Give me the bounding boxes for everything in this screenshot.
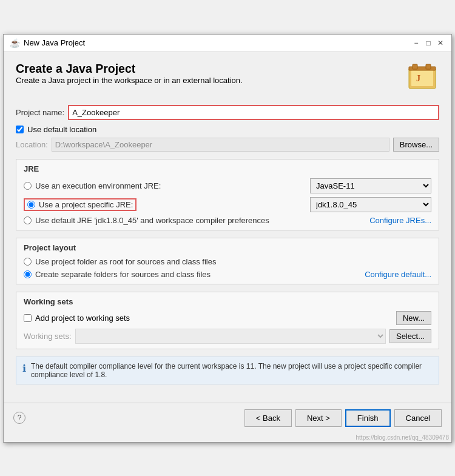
jre-project-specific-radio[interactable] (27, 201, 35, 209)
svg-rect-1 (411, 70, 433, 86)
minimize-button[interactable]: − (411, 38, 421, 48)
project-layout-section: Project layout Use project folder as roo… (16, 238, 439, 284)
project-name-row: Project name: (16, 105, 439, 120)
jre-exec-env-radio[interactable] (24, 182, 32, 190)
cancel-button[interactable]: Cancel (394, 409, 442, 427)
layout-separate-folders-label[interactable]: Create separate folders for sources and … (35, 270, 211, 279)
titlebar-controls: − □ ✕ (411, 38, 445, 48)
jre-project-specific-label[interactable]: Use a project specific JRE: (39, 200, 133, 209)
java-wizard-svg: J (408, 62, 439, 93)
working-sets-dropdown[interactable] (75, 329, 386, 344)
titlebar-title: New Java Project (24, 38, 85, 47)
jre-default-left: Use default JRE 'jdk1.8.0_45' and worksp… (24, 216, 269, 225)
browse-button[interactable]: Browse... (393, 138, 439, 152)
project-name-input[interactable] (68, 105, 439, 120)
close-button[interactable]: ✕ (436, 38, 445, 48)
jre-exec-env-label[interactable]: Use an execution environment JRE: (35, 181, 161, 190)
project-name-label: Project name: (16, 108, 64, 117)
jre-exec-env-row: Use an execution environment JRE: JavaSE… (24, 178, 431, 193)
add-working-sets-row: Add project to working sets New... (24, 311, 431, 325)
working-sets-title: Working sets (24, 297, 431, 306)
layout-project-folder-radio[interactable] (24, 258, 32, 266)
header-area: Create a Java Project Create a Java proj… (16, 62, 439, 95)
layout-separate-folders-row: Create separate folders for sources and … (24, 270, 431, 279)
titlebar-left: ☕ New Java Project (10, 38, 85, 48)
finish-button[interactable]: Finish (345, 409, 391, 427)
location-input[interactable] (52, 138, 389, 152)
titlebar-icon: ☕ (10, 38, 20, 48)
configure-jres-link[interactable]: Configure JREs... (369, 216, 431, 225)
add-working-sets-label[interactable]: Add project to working sets (35, 313, 130, 323)
add-working-sets-left: Add project to working sets (24, 313, 130, 323)
help-button[interactable]: ? (13, 412, 25, 424)
svg-rect-3 (413, 64, 417, 69)
wizard-icon: J (408, 62, 439, 95)
dialog-body: Create a Java Project Create a Java proj… (4, 52, 451, 403)
new-java-project-dialog: ☕ New Java Project − □ ✕ Create a Java P… (3, 34, 452, 443)
next-button[interactable]: Next > (295, 409, 342, 427)
maximize-button[interactable]: □ (423, 38, 433, 48)
layout-project-folder-row: Use project folder as root for sources a… (24, 257, 431, 266)
svg-text:J: J (416, 74, 420, 83)
select-working-set-button[interactable]: Select... (389, 329, 431, 343)
jre-project-specific-row: Use a project specific JRE: jdk1.8.0_45 (24, 197, 431, 212)
working-sets-dropdown-row: Working sets: Select... (24, 329, 431, 344)
jre-project-specific-dropdown[interactable]: jdk1.8.0_45 (310, 197, 431, 212)
use-default-location-checkbox[interactable] (16, 126, 24, 133)
jre-project-specific-left: Use a project specific JRE: (24, 198, 306, 211)
add-working-sets-checkbox[interactable] (24, 314, 32, 322)
jre-exec-env-left: Use an execution environment JRE: (24, 181, 306, 190)
svg-rect-4 (426, 64, 431, 69)
layout-separate-folders-left: Create separate folders for sources and … (24, 270, 211, 279)
info-box: ℹ The default compiler compliance level … (16, 357, 439, 384)
jre-default-row: Use default JRE 'jdk1.8.0_45' and worksp… (24, 216, 431, 225)
location-label: Location: (16, 140, 48, 149)
watermark: https://blog.csdn.net/qq_48309478 (4, 433, 451, 442)
jre-section-title: JRE (24, 164, 431, 173)
jre-default-label[interactable]: Use default JRE 'jdk1.8.0_45' and worksp… (35, 216, 269, 225)
layout-separate-folders-radio[interactable] (24, 270, 32, 278)
new-working-set-button[interactable]: New... (396, 311, 431, 325)
use-default-location-label[interactable]: Use default location (27, 125, 96, 134)
info-icon: ℹ (22, 363, 26, 374)
back-button[interactable]: < Back (244, 409, 292, 427)
page-subtitle: Create a Java project in the workspace o… (16, 76, 243, 85)
header-text: Create a Java Project Create a Java proj… (16, 62, 243, 85)
titlebar: ☕ New Java Project − □ ✕ (4, 35, 451, 52)
page-title: Create a Java Project (16, 62, 243, 76)
info-text: The default compiler compliance level fo… (31, 362, 433, 379)
use-default-location-row: Use default location (16, 125, 439, 134)
location-row: Location: Browse... (16, 138, 439, 152)
working-sets-label: Working sets: (24, 332, 72, 341)
footer: ? < Back Next > Finish Cancel (4, 403, 451, 433)
working-sets-section: Working sets Add project to working sets… (16, 292, 439, 349)
jre-default-radio[interactable] (24, 216, 32, 224)
configure-default-link[interactable]: Configure default... (365, 270, 431, 279)
layout-project-folder-label[interactable]: Use project folder as root for sources a… (35, 257, 216, 266)
jre-exec-env-dropdown[interactable]: JavaSE-11 (310, 178, 431, 193)
project-layout-title: Project layout (24, 243, 431, 252)
footer-buttons: < Back Next > Finish Cancel (244, 409, 442, 427)
jre-section: JRE Use an execution environment JRE: Ja… (16, 159, 439, 230)
